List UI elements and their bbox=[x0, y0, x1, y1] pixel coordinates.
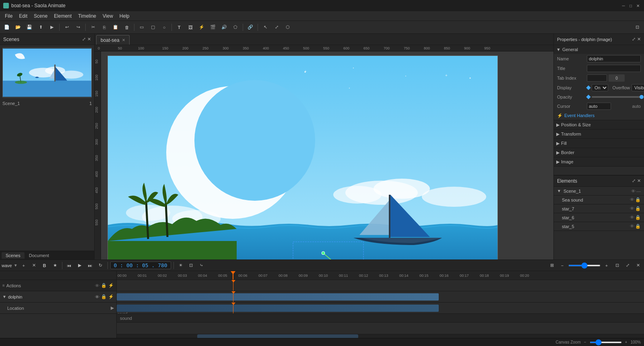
close-elements-btn[interactable]: ✕ bbox=[637, 178, 641, 183]
export-btn[interactable]: ⬆ bbox=[35, 23, 46, 32]
delete-track-btn[interactable]: ✕ bbox=[30, 261, 39, 270]
menu-element[interactable]: Element bbox=[51, 12, 75, 20]
menu-edit[interactable]: Edit bbox=[16, 12, 31, 20]
actions-bolt-icon[interactable]: ⚡ bbox=[108, 283, 114, 288]
transform-header[interactable]: ▶ Transform bbox=[554, 130, 644, 138]
open-btn[interactable]: 📂 bbox=[13, 23, 23, 32]
element-star7[interactable]: star_7 👁 🔒 bbox=[554, 204, 644, 213]
image-header[interactable]: ▶ Image bbox=[554, 157, 644, 166]
delete-btn[interactable]: 🗑 bbox=[122, 23, 132, 32]
tabindex-btn[interactable]: 0 bbox=[609, 74, 625, 82]
text-tool[interactable]: T bbox=[174, 23, 184, 32]
expand-scenes-btn[interactable]: ⤢ bbox=[82, 37, 86, 42]
dolphin-track-bar[interactable] bbox=[117, 293, 439, 301]
tabindex-input[interactable] bbox=[587, 74, 607, 82]
zoom-out-btn[interactable]: − bbox=[558, 261, 567, 270]
element-scene1[interactable]: ▼ Scene_1 👁 — bbox=[554, 187, 644, 196]
zoom-grid-btn[interactable]: ⊞ bbox=[547, 261, 556, 270]
zoom-plus-btn[interactable]: + bbox=[625, 340, 627, 344]
star7-lock-icon[interactable]: 🔒 bbox=[635, 206, 641, 211]
dolphin-lock-icon[interactable]: 🔒 bbox=[101, 294, 107, 299]
save-btn[interactable]: 💾 bbox=[24, 23, 35, 32]
redo-btn[interactable]: ↪ bbox=[73, 23, 83, 32]
zoom-minus-btn[interactable]: − bbox=[584, 340, 586, 344]
border-header[interactable]: ▶ Border bbox=[554, 148, 644, 157]
link-tool[interactable]: 🔗 bbox=[245, 23, 256, 32]
motion-path-btn[interactable]: ⤷ bbox=[197, 261, 206, 270]
cut-btn[interactable]: ✂ bbox=[88, 23, 98, 32]
paste-btn[interactable]: 📋 bbox=[110, 23, 121, 32]
close-timeline-btn[interactable]: ✕ bbox=[634, 261, 642, 270]
select-tool[interactable]: ↖ bbox=[260, 23, 270, 32]
scenes-controls[interactable]: ⤢ ✕ bbox=[82, 37, 91, 42]
tab-document[interactable]: Document bbox=[25, 252, 53, 259]
fit-timeline-btn[interactable]: ⊡ bbox=[613, 261, 621, 270]
minimize-btn[interactable]: ─ bbox=[621, 3, 626, 8]
rounded-rect-tool[interactable]: ▢ bbox=[148, 23, 158, 32]
opacity-slider[interactable] bbox=[592, 96, 644, 98]
canvas-scroll[interactable]: + + bbox=[101, 51, 553, 260]
prev-keyframe-btn[interactable]: ⏮ bbox=[65, 261, 74, 270]
tab-boat-sea[interactable]: boat-sea ✕ bbox=[96, 35, 130, 45]
lock-icon[interactable]: — bbox=[636, 189, 641, 194]
window-controls[interactable]: ─ □ ✕ bbox=[621, 3, 641, 8]
menu-file[interactable]: File bbox=[2, 12, 16, 20]
star6-eye-icon[interactable]: 👁 bbox=[630, 215, 634, 220]
actions-lock-icon[interactable]: 🔒 bbox=[101, 283, 107, 288]
img-tool[interactable]: 🖼 bbox=[185, 23, 196, 32]
close-props-btn[interactable]: ✕ bbox=[637, 37, 641, 42]
zoom-in-btn[interactable]: + bbox=[602, 261, 611, 270]
bold-btn[interactable]: B bbox=[40, 261, 49, 270]
wave-dropdown-btn[interactable]: ▼ bbox=[14, 263, 18, 268]
shape-tool[interactable]: ⬠ bbox=[230, 23, 241, 32]
maximize-btn[interactable]: □ bbox=[628, 3, 634, 8]
star7-eye-icon[interactable]: 👁 bbox=[630, 206, 634, 211]
tab-scenes[interactable]: Scenes bbox=[2, 252, 25, 259]
copy-btn[interactable]: ⎘ bbox=[99, 23, 109, 32]
fill-header[interactable]: ▶ Fill bbox=[554, 139, 644, 148]
menu-timeline[interactable]: Timeline bbox=[75, 12, 99, 20]
canvas-zoom-slider[interactable] bbox=[590, 342, 622, 343]
star5-eye-icon[interactable]: 👁 bbox=[630, 224, 634, 229]
settings-btn[interactable]: ☀ bbox=[176, 261, 185, 270]
group-tool[interactable]: ⬡ bbox=[283, 23, 293, 32]
dolphin-expand-icon[interactable]: ▼ bbox=[2, 295, 6, 299]
menu-view[interactable]: View bbox=[99, 12, 116, 20]
scene-canvas[interactable]: + + bbox=[107, 56, 498, 260]
sprite-tool[interactable]: ⚡ bbox=[196, 23, 207, 32]
close-btn[interactable]: ✕ bbox=[635, 3, 641, 8]
transform-tool[interactable]: ⤢ bbox=[271, 23, 282, 32]
star-btn[interactable]: ★ bbox=[51, 261, 60, 270]
dolphin-bolt-icon[interactable]: ⚡ bbox=[108, 294, 114, 299]
next-keyframe-btn[interactable]: ⏭ bbox=[86, 261, 95, 270]
video-tool[interactable]: 🎬 bbox=[208, 23, 218, 32]
expand-elements-btn[interactable]: ⤢ bbox=[632, 178, 636, 183]
rect-tool[interactable]: ▭ bbox=[136, 23, 147, 32]
loop-btn[interactable]: ↻ bbox=[96, 261, 105, 270]
preview-btn[interactable]: ▶ bbox=[47, 23, 57, 32]
zoom-slider[interactable] bbox=[568, 265, 601, 266]
star6-lock-icon[interactable]: 🔒 bbox=[635, 215, 641, 220]
new-btn[interactable]: 📄 bbox=[2, 23, 12, 32]
undo-btn[interactable]: ↩ bbox=[62, 23, 72, 32]
seasound-eye-icon[interactable]: 👁 bbox=[630, 197, 634, 202]
expand-timeline-btn[interactable]: ⤢ bbox=[623, 261, 632, 270]
fit-view-btn[interactable]: ⊡ bbox=[632, 23, 642, 32]
scrollbar-thumb[interactable] bbox=[197, 334, 358, 338]
tab-close-btn[interactable]: ✕ bbox=[122, 38, 125, 42]
audio-tool[interactable]: 🔊 bbox=[219, 23, 229, 32]
expand-props-btn[interactable]: ⤢ bbox=[632, 37, 636, 42]
position-size-header[interactable]: ▶ Position & Size bbox=[554, 120, 644, 129]
menu-help[interactable]: Help bbox=[116, 12, 133, 20]
location-expand-icon[interactable]: ▶ bbox=[111, 305, 114, 311]
event-handlers-label[interactable]: Event Handlers bbox=[564, 113, 594, 118]
scene-thumbnail[interactable] bbox=[2, 47, 92, 98]
add-track-btn[interactable]: + bbox=[19, 261, 28, 270]
timeline-scrollbar[interactable] bbox=[117, 334, 644, 338]
element-seasound[interactable]: Sea sound 👁 🔒 bbox=[554, 196, 644, 204]
title-input[interactable] bbox=[587, 65, 641, 72]
actions-eye-icon[interactable]: 👁 bbox=[95, 283, 99, 288]
general-section-header[interactable]: ▼ General bbox=[554, 45, 644, 54]
play-btn[interactable]: ▶ bbox=[75, 261, 84, 270]
star5-lock-icon[interactable]: 🔒 bbox=[635, 224, 641, 229]
